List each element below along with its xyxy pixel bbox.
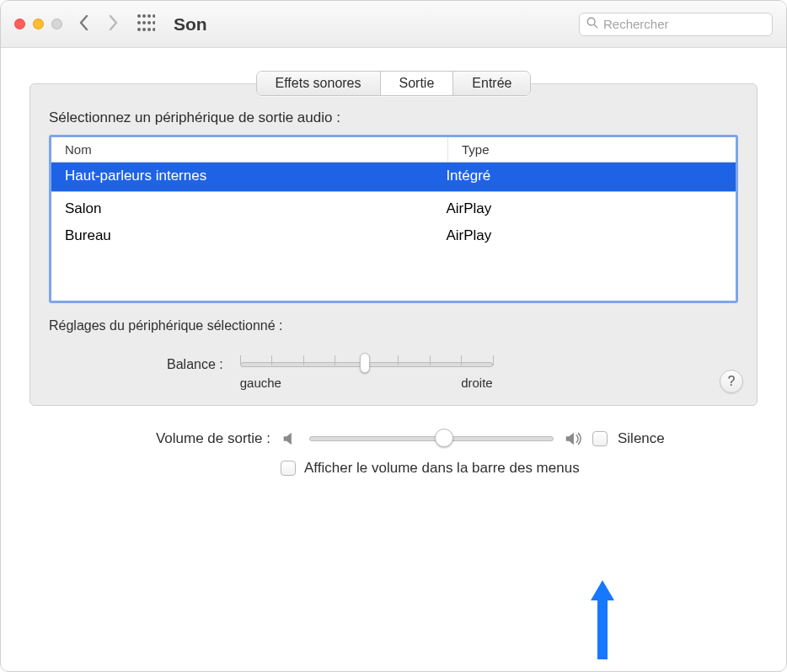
- select-device-label: Sélectionnez un périphérique de sortie a…: [49, 109, 738, 126]
- svg-point-4: [137, 21, 141, 24]
- balance-right-label: droite: [461, 376, 493, 390]
- output-device-list[interactable]: Nom Type Haut-parleurs internes Intégré …: [49, 135, 738, 303]
- volume-knob[interactable]: [435, 429, 453, 447]
- svg-line-13: [594, 24, 597, 28]
- svg-point-11: [153, 28, 155, 31]
- tab-input[interactable]: Entrée: [452, 72, 530, 95]
- show-volume-menubar-label: Afficher le volume dans la barre des men…: [304, 460, 580, 477]
- titlebar: Son: [1, 1, 786, 48]
- zoom-window-button[interactable]: [51, 19, 62, 29]
- device-type: AirPlay: [446, 200, 722, 217]
- help-button[interactable]: ?: [720, 370, 743, 393]
- column-name[interactable]: Nom: [51, 137, 448, 162]
- selected-device-settings-label: Réglages du périphérique sélectionné :: [49, 318, 738, 333]
- bottom-controls: Volume de sortie : Silence Afficher le v…: [51, 429, 736, 477]
- sound-panel: Effets sonores Sortie Entrée Sélectionne…: [29, 83, 758, 406]
- mute-label: Silence: [618, 430, 665, 447]
- device-row[interactable]: Salon AirPlay: [51, 195, 736, 222]
- volume-high-icon: [564, 429, 582, 448]
- device-name: Bureau: [65, 227, 446, 244]
- output-volume-row: Volume de sortie : Silence: [51, 429, 736, 448]
- device-type: Intégré: [446, 168, 722, 184]
- balance-label: Balance :: [167, 357, 223, 372]
- device-list-headers: Nom Type: [51, 137, 736, 163]
- mute-checkbox[interactable]: [592, 431, 608, 446]
- svg-point-1: [142, 14, 146, 18]
- balance-row: Balance :: [167, 357, 738, 390]
- close-window-button[interactable]: [14, 19, 25, 29]
- svg-point-7: [153, 21, 155, 24]
- show-volume-menubar-row: Afficher le volume dans la barre des men…: [281, 460, 736, 477]
- search-input[interactable]: [603, 17, 765, 31]
- tabs: Effets sonores Sortie Entrée: [30, 71, 757, 96]
- svg-point-5: [142, 21, 146, 24]
- device-name: Salon: [65, 200, 446, 217]
- volume-low-icon: [281, 429, 299, 448]
- tab-output[interactable]: Sortie: [380, 72, 453, 95]
- minimize-window-button[interactable]: [33, 19, 44, 29]
- help-icon: ?: [728, 374, 736, 389]
- svg-point-9: [142, 28, 146, 31]
- show-volume-menubar-checkbox[interactable]: [281, 461, 296, 476]
- tab-sound-effects[interactable]: Effets sonores: [257, 72, 380, 95]
- back-button[interactable]: [78, 13, 91, 36]
- svg-point-12: [587, 18, 595, 25]
- svg-point-3: [153, 14, 155, 18]
- device-name: Haut-parleurs internes: [65, 168, 446, 184]
- callout-arrow-icon: [584, 573, 621, 666]
- nav-arrows: [78, 13, 120, 36]
- output-volume-slider[interactable]: [309, 431, 554, 446]
- search-field[interactable]: [579, 13, 773, 36]
- device-row[interactable]: Haut-parleurs internes Intégré: [51, 163, 736, 192]
- window-title: Son: [174, 14, 207, 35]
- balance-left-label: gauche: [240, 376, 281, 390]
- window-controls: [14, 19, 62, 29]
- show-all-prefs-button[interactable]: [137, 13, 155, 35]
- device-row[interactable]: Bureau AirPlay: [51, 222, 736, 249]
- balance-knob[interactable]: [360, 353, 370, 373]
- device-type: AirPlay: [446, 227, 722, 244]
- balance-slider[interactable]: [240, 357, 493, 362]
- svg-point-0: [137, 14, 141, 18]
- forward-button[interactable]: [106, 13, 120, 36]
- svg-point-8: [137, 28, 141, 31]
- search-icon: [586, 17, 598, 31]
- svg-point-2: [147, 14, 151, 18]
- svg-point-6: [147, 21, 151, 24]
- column-type[interactable]: Type: [448, 137, 736, 162]
- svg-point-10: [147, 28, 151, 31]
- output-volume-label: Volume de sortie :: [51, 430, 270, 447]
